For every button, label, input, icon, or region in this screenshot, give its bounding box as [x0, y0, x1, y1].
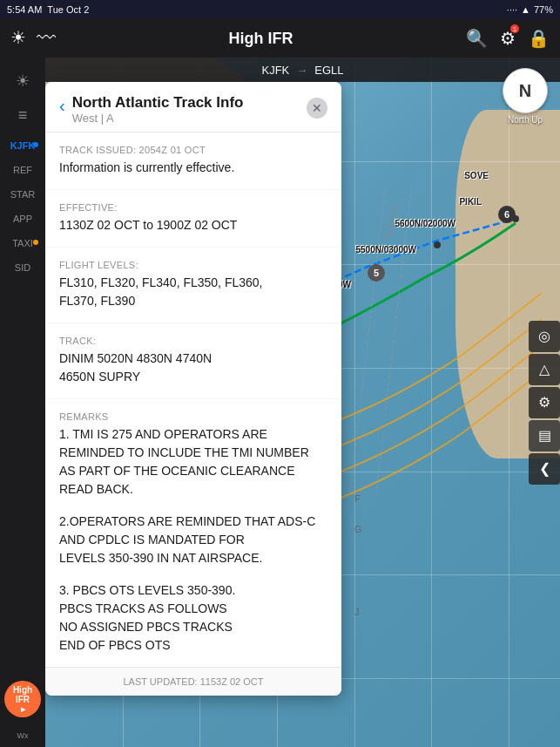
track-issued-content: Information is currently effective. [59, 159, 327, 177]
section-effective: EFFECTIVE: 1130Z 02 OCT to 1900Z 02 OCT [45, 190, 341, 248]
svg-line-4 [376, 188, 411, 493]
panel-footer: LAST UPDATED: 1153Z 02 OCT [45, 667, 341, 696]
status-bar: 5:54 AM Tue Oct 2 ···· ▲ 77% [0, 0, 560, 19]
last-updated-label: LAST UPDATED: [124, 676, 198, 687]
sidebar-item-wx[interactable]: Wx [0, 724, 45, 747]
date: Tue Oct 2 [47, 4, 89, 15]
brightness-sidebar-icon: ☀ [16, 71, 30, 91]
app-label: APP [13, 214, 32, 224]
waypoint-pikil: PIKIL [459, 197, 482, 207]
remark-3: 3. PBCS OTS LEVELS 350-390.PBCS TRACKS A… [59, 581, 327, 655]
svg-point-21 [368, 264, 385, 282]
svg-text:G: G [354, 524, 362, 534]
nav-bar: ☀ 〰 High IFR 🔍 ⚙ 1 🔒 [0, 19, 560, 58]
brightness-icon[interactable]: ☀ [10, 27, 26, 50]
settings-tool-btn[interactable]: ⚙ [529, 387, 560, 418]
lock-icon[interactable]: 🔒 [528, 28, 550, 49]
grid-v4 [354, 58, 355, 747]
svg-point-10 [434, 241, 441, 248]
search-icon[interactable]: 🔍 [466, 28, 488, 49]
wifi-icon: ▲ [521, 4, 530, 15]
route-bar: KJFK → EGLL [45, 58, 560, 82]
svg-line-3 [350, 188, 385, 493]
track-content: DINIM 5020N 4830N 4740N4650N SUPRY [59, 350, 327, 386]
settings-icon[interactable]: ⚙ 1 [500, 28, 516, 49]
waypoint-coord1: 5600N/02000W [395, 219, 456, 228]
remark-1: 1. TMI IS 275 AND OPERATORS ARE REMINDED… [59, 425, 327, 499]
remarks-label: REMARKS [59, 411, 327, 422]
track-issued-label: TRACK ISSUED: 2054Z 01 OCT [59, 145, 327, 155]
last-updated-value: 1153Z 02 OCT [200, 676, 264, 687]
flight-levels-label: FLIGHT LEVELS: [59, 260, 327, 270]
triangle-tool-btn[interactable]: △ [529, 354, 560, 385]
menu-icon: ≡ [18, 106, 28, 125]
track-label: TRACK: [59, 336, 327, 346]
flight-levels-content: FL310, FL320, FL340, FL350, FL360,FL370,… [59, 274, 327, 310]
sidebar-item-star[interactable]: STAR [0, 182, 45, 207]
target-tool-btn[interactable]: ◎ [529, 321, 560, 352]
panel-subtitle: West | A [72, 112, 300, 125]
nav-left: ☀ 〰 [10, 27, 56, 50]
sidebar-item-brightness[interactable]: ☀ [0, 65, 45, 99]
ref-label: REF [13, 165, 32, 175]
grid-v5 [431, 58, 432, 747]
right-tools: ◎ △ ⚙ ▤ ❮ [529, 321, 560, 485]
section-track: TRACK: DINIM 5020N 4830N 4740N4650N SUPR… [45, 323, 341, 399]
taxi-dot [33, 240, 38, 245]
grid-v6 [509, 58, 509, 747]
ifr-label: IFR [16, 695, 30, 704]
panel-back-button[interactable]: ‹ [59, 96, 65, 116]
svg-point-11 [373, 269, 380, 276]
panel-close-button[interactable]: ✕ [307, 98, 327, 119]
north-up-control[interactable]: N North Up [501, 68, 550, 125]
chevron-tool-btn[interactable]: ❮ [529, 453, 560, 485]
route-to: EGLL [314, 64, 343, 77]
kjfk-label: KJFK [10, 140, 36, 151]
high-label: High [13, 685, 32, 695]
high-ifr-badge[interactable]: High IFR ▸ [4, 681, 41, 717]
layers-icon[interactable]: 〰 [37, 27, 56, 50]
route-arrow-icon: → [296, 64, 307, 77]
section-track-issued: TRACK ISSUED: 2054Z 01 OCT Information i… [45, 132, 341, 190]
effective-label: EFFECTIVE: [59, 202, 327, 213]
remark-2: 2.OPERATORS ARE REMINDED THAT ADS-C AND … [59, 513, 327, 567]
map-area[interactable]: F G J CLOA FIR C B [45, 58, 560, 747]
time: 5:54 AM [7, 4, 42, 15]
nav-right: 🔍 ⚙ 1 🔒 [466, 28, 550, 49]
sidebar-item-sid[interactable]: SID [0, 255, 45, 280]
section-remarks: REMARKS 1. TMI IS 275 AND OPERATORS ARE … [45, 399, 341, 667]
status-left: 5:54 AM Tue Oct 2 [7, 4, 89, 15]
svg-text:5: 5 [374, 268, 379, 278]
signal-icon: ···· [507, 4, 517, 15]
panel-title: North Atlantic Track Info [72, 94, 300, 112]
section-flight-levels: FLIGHT LEVELS: FL310, FL320, FL340, FL35… [45, 248, 341, 323]
waypoint-coord2: 5500N/03000W [356, 245, 417, 255]
panel-header: ‹ North Atlantic Track Info West | A ✕ [45, 82, 341, 132]
sidebar-item-ref[interactable]: REF [0, 158, 45, 182]
sidebar-item-taxi[interactable]: TAXI [0, 231, 45, 255]
layers-tool-btn[interactable]: ▤ [529, 420, 560, 452]
svg-text:F: F [354, 493, 361, 504]
sidebar-item-kjfk[interactable]: KJFK [0, 133, 45, 158]
info-panel: ‹ North Atlantic Track Info West | A ✕ T… [45, 82, 341, 696]
panel-body[interactable]: TRACK ISSUED: 2054Z 01 OCT Information i… [45, 132, 341, 667]
kjfk-dot [33, 142, 38, 147]
sidebar-item-menu[interactable]: ≡ [0, 99, 45, 133]
effective-content: 1130Z 02 OCT to 1900Z 02 OCT [59, 216, 327, 234]
panel-title-group: North Atlantic Track Info West | A [72, 94, 300, 125]
high-ifr-circle[interactable]: High IFR ▸ [4, 681, 41, 717]
ifr-arrow: ▸ [21, 704, 25, 714]
taxi-label: TAXI [12, 238, 33, 248]
main-content: ☀ ≡ KJFK REF STAR APP TAXI SID Hi [0, 58, 560, 747]
sidebar-item-app[interactable]: APP [0, 207, 45, 231]
star-label: STAR [10, 189, 36, 200]
waypoint-sove: SOVE [464, 171, 489, 180]
wx-label: Wx [17, 731, 29, 740]
battery-level: 77% [534, 4, 553, 15]
sidebar: ☀ ≡ KJFK REF STAR APP TAXI SID Hi [0, 58, 45, 747]
compass-n-letter: N [519, 81, 531, 101]
route-from: KJFK [261, 64, 289, 77]
status-right: ···· ▲ 77% [507, 4, 553, 15]
nav-title: High IFR [56, 30, 466, 48]
north-up-label: North Up [501, 115, 550, 125]
